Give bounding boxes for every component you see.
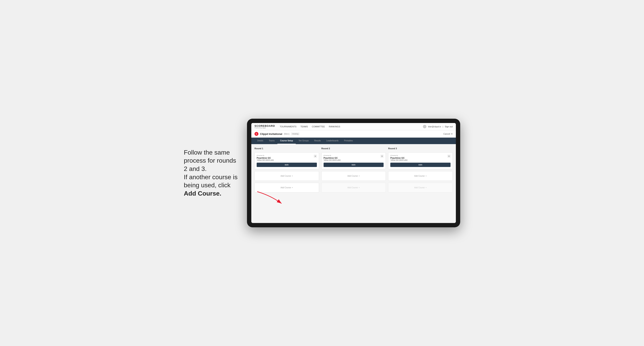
main-content: Round 1 (Course A) Peachtree GC Yellow (…	[251, 144, 456, 223]
round-1-add-course-1[interactable]: Add Course +	[254, 171, 319, 181]
tab-results[interactable]: Results	[312, 138, 324, 144]
tab-bar: Details Teams Course Setup Tee Groups Re…	[251, 138, 456, 144]
nav-teams[interactable]: TEAMS	[300, 125, 308, 129]
round-2-delete-icon[interactable]: ✕	[380, 155, 384, 158]
round-1-course-tee: Yellow (M) (6629 yds)	[257, 159, 274, 161]
round-1-edit-button[interactable]: Edit	[257, 163, 317, 167]
round-1-add-course-1-text: Add Course +	[280, 175, 293, 177]
round-3-delete-icon[interactable]: ✕	[447, 155, 450, 158]
round-1-column: Round 1 (Course A) Peachtree GC Yellow (…	[254, 147, 319, 192]
user-avatar	[423, 125, 426, 128]
round-3-course-name: Peachtree GC	[390, 157, 408, 159]
round-3-course-card: (Course A) Peachtree GC Yellow (M) (6629…	[388, 152, 453, 169]
instruction-text: Follow the same process for rounds 2 and…	[184, 149, 239, 198]
tab-course-setup[interactable]: Course Setup	[278, 138, 296, 144]
round-3-course-label: (Course A)	[390, 155, 408, 156]
user-email: blair@clippd.io	[428, 126, 441, 128]
round-2-add-course-2: Add Course +	[322, 183, 386, 192]
main-nav: TOURNAMENTS TEAMS COMMITTEE RANKINGS	[280, 125, 418, 129]
scoreboard-logo: SCOREBOARD	[254, 125, 275, 127]
logo-sub: Powered by clippd	[254, 127, 275, 129]
round-2-add-course-1[interactable]: Add Course +	[322, 171, 386, 181]
page-wrapper: Follow the same process for rounds 2 and…	[184, 119, 460, 227]
round-3-add-course-2-text: Add Course +	[414, 186, 427, 189]
logo-area: SCOREBOARD Powered by clippd	[254, 125, 275, 129]
tablet-frame: SCOREBOARD Powered by clippd TOURNAMENTS…	[247, 119, 460, 227]
round-1-course-name: Peachtree GC	[257, 157, 274, 159]
round-1-title: Round 1	[254, 147, 319, 150]
nav-separator: |	[443, 126, 443, 128]
round-1-course-label: (Course A)	[257, 155, 274, 156]
round-3-course-tee: Yellow (M) (6629 yds)	[390, 159, 408, 161]
round-1-add-course-2-text: Add Course +	[280, 186, 293, 189]
nav-rankings[interactable]: RANKINGS	[329, 125, 340, 129]
round-1-card-header: (Course A) Peachtree GC Yellow (M) (6629…	[257, 155, 317, 163]
tablet-screen: SCOREBOARD Powered by clippd TOURNAMENTS…	[251, 123, 456, 223]
round-1-add-course-2[interactable]: Add Course +	[254, 183, 319, 192]
round-2-title: Round 2	[322, 147, 386, 150]
nav-committee[interactable]: COMMITTEE	[312, 125, 325, 129]
tab-teams[interactable]: Teams	[266, 138, 278, 144]
tab-printables[interactable]: Printables	[341, 138, 356, 144]
tab-tee-groups[interactable]: Tee Groups	[296, 138, 312, 144]
clippd-logo: C	[254, 132, 258, 136]
round-3-column: Round 3 (Course A) Peachtree GC Yellow (…	[388, 147, 453, 192]
round-2-card-header: (Course A) Peachtree GC Yellow (M) (6629…	[324, 155, 384, 163]
tournament-mode: (Men)	[284, 133, 290, 135]
tab-details[interactable]: Details	[254, 138, 266, 144]
round-3-card-header: (Course A) Peachtree GC Yellow (M) (6629…	[390, 155, 450, 163]
instruction-panel: Follow the same process for rounds 2 and…	[184, 149, 239, 198]
round-3-add-course-1[interactable]: Add Course +	[388, 171, 453, 181]
sign-out-link[interactable]: Sign out	[445, 125, 453, 129]
round-2-course-label: (Course A)	[324, 155, 341, 156]
nav-tournaments[interactable]: TOURNAMENTS	[280, 125, 296, 129]
top-nav: SCOREBOARD Powered by clippd TOURNAMENTS…	[251, 123, 456, 130]
nav-right: blair@clippd.io | Sign out	[423, 125, 453, 129]
round-2-add-course-2-text: Add Course +	[348, 186, 360, 189]
hosting-badge: Hosting	[291, 133, 300, 135]
round-1-delete-icon[interactable]: ✕	[314, 155, 317, 158]
sub-header-left: C Clippd Invitational (Men) Hosting	[254, 132, 300, 136]
round-2-edit-button[interactable]: Edit	[324, 163, 384, 167]
round-2-course-tee: Yellow (M) (6629 yds)	[324, 159, 341, 161]
round-2-course-card: (Course A) Peachtree GC Yellow (M) (6629…	[322, 152, 386, 169]
round-3-edit-button[interactable]: Edit	[390, 163, 450, 167]
round-3-title: Round 3	[388, 147, 453, 150]
round-2-column: Round 2 (Course A) Peachtree GC Yellow (…	[322, 147, 386, 192]
cancel-button[interactable]: Cancel ✕	[444, 133, 453, 135]
round-2-course-name: Peachtree GC	[324, 157, 341, 159]
rounds-grid: Round 1 (Course A) Peachtree GC Yellow (…	[254, 147, 453, 192]
round-1-course-card: (Course A) Peachtree GC Yellow (M) (6629…	[254, 152, 319, 169]
round-2-add-course-1-text: Add Course +	[348, 175, 360, 177]
round-3-add-course-2: Add Course +	[388, 183, 453, 192]
sub-header: C Clippd Invitational (Men) Hosting Canc…	[251, 130, 456, 138]
round-3-add-course-1-text: Add Course +	[414, 175, 427, 177]
tab-leaderboards[interactable]: Leaderboards	[324, 138, 341, 144]
tournament-name: Clippd Invitational	[260, 133, 282, 136]
